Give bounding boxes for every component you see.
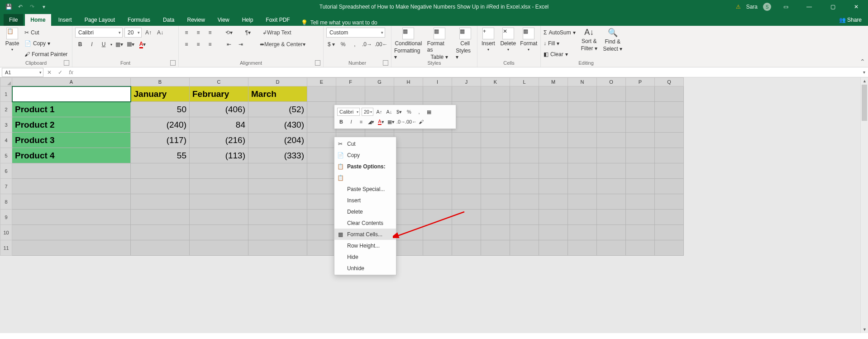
cm-row-height[interactable]: Row Height... — [334, 240, 396, 251]
cm-copy[interactable]: 📄Copy — [334, 149, 396, 161]
mini-borders-icon[interactable]: ▦ — [425, 108, 433, 116]
fx-icon[interactable]: fx — [66, 68, 76, 77]
col-header[interactable]: A — [12, 78, 131, 86]
cm-unhide[interactable]: Unhide — [334, 263, 396, 274]
increase-indent-icon[interactable]: ⇥ — [236, 39, 246, 49]
mini-percent-icon[interactable]: % — [405, 108, 413, 116]
italic-button[interactable]: I — [87, 39, 97, 49]
format-cells-button[interactable]: ▦Format▾ — [520, 28, 538, 52]
increase-font-icon[interactable]: A↑ — [143, 28, 153, 38]
col-header[interactable]: L — [510, 78, 539, 86]
save-icon[interactable]: 💾 — [4, 2, 14, 12]
expand-formula-bar-icon[interactable]: ▾ — [863, 70, 865, 75]
sort-filter-button[interactable]: A↓Sort &Filter ▾ — [579, 28, 599, 52]
mini-currency-icon[interactable]: $▾ — [395, 108, 403, 116]
fill-button[interactable]: ↓ Fill ▾ — [544, 38, 576, 48]
name-box[interactable]: A1 — [2, 68, 43, 77]
orientation-icon[interactable]: ⟲▾ — [224, 28, 234, 38]
mini-font-combo[interactable]: Calibri — [337, 108, 360, 116]
col-header[interactable]: J — [452, 78, 481, 86]
row-header[interactable]: 2 — [0, 102, 12, 117]
tell-me[interactable]: 💡 Tell me what you want to do — [297, 19, 381, 26]
mini-inc-decimal-icon[interactable]: .0→ — [397, 118, 405, 126]
decrease-font-icon[interactable]: A↓ — [155, 28, 165, 38]
align-center-icon[interactable]: ≡ — [193, 39, 203, 49]
mini-align-icon[interactable]: ≡ — [357, 118, 365, 126]
cm-paste-special[interactable]: Paste Special... — [334, 183, 396, 195]
align-left-icon[interactable]: ≡ — [181, 39, 191, 49]
number-format-combo[interactable]: Custom — [326, 28, 385, 38]
redo-icon[interactable]: ↷ — [27, 2, 37, 12]
formula-input[interactable] — [76, 68, 868, 77]
copy-button[interactable]: 📄Copy ▾ — [24, 38, 67, 48]
percent-icon[interactable]: % — [338, 39, 348, 49]
row-header[interactable]: 3 — [0, 117, 12, 133]
find-select-button[interactable]: 🔍Find &Select ▾ — [603, 28, 623, 52]
decrease-decimal-icon[interactable]: .00← — [374, 39, 388, 49]
row-header[interactable]: 5 — [0, 148, 12, 163]
ribbon-display-options-icon[interactable]: ▭ — [777, 0, 795, 14]
row-header[interactable]: 8 — [0, 194, 12, 210]
merge-center-button[interactable]: ⬌ Merge & Center ▾ — [259, 39, 306, 49]
tab-file[interactable]: File — [4, 14, 23, 26]
share-button[interactable]: 👥 Share — [833, 14, 868, 26]
tab-data[interactable]: Data — [157, 14, 180, 26]
increase-decimal-icon[interactable]: .0→ — [362, 39, 372, 49]
mini-comma-icon[interactable]: , — [415, 108, 423, 116]
clipboard-dialog-launcher-icon[interactable] — [64, 60, 69, 66]
autosum-button[interactable]: Σ AutoSum ▾ — [544, 28, 576, 38]
col-header[interactable]: E — [307, 78, 336, 86]
cut-button[interactable]: ✂Cut — [24, 28, 67, 38]
cm-delete[interactable]: Delete — [334, 206, 396, 217]
col-header[interactable]: O — [597, 78, 626, 86]
font-color-button[interactable]: A▾ — [138, 39, 148, 49]
paste-button[interactable]: 📋 Paste ▾ — [3, 28, 22, 52]
insert-cells-button[interactable]: +Insert▾ — [480, 28, 496, 52]
col-header[interactable]: M — [539, 78, 568, 86]
decrease-indent-icon[interactable]: ⇤ — [224, 39, 234, 49]
col-header[interactable]: G — [365, 78, 394, 86]
col-header[interactable]: I — [423, 78, 452, 86]
row-header[interactable]: 7 — [0, 179, 12, 194]
rtl-ltr-icon[interactable]: ¶▾ — [243, 28, 253, 38]
comma-icon[interactable]: , — [350, 39, 360, 49]
col-header[interactable]: F — [336, 78, 365, 86]
col-header[interactable]: B — [131, 78, 190, 86]
col-header[interactable]: N — [568, 78, 597, 86]
delete-cells-button[interactable]: ✕Delete▾ — [500, 28, 516, 52]
number-dialog-launcher-icon[interactable] — [383, 60, 388, 66]
col-header[interactable]: Q — [655, 78, 684, 86]
mini-font-color-icon[interactable]: A▾ — [377, 118, 385, 126]
cm-hide[interactable]: Hide — [334, 251, 396, 263]
tab-help[interactable]: Help — [237, 14, 259, 26]
row-header[interactable]: 4 — [0, 133, 12, 148]
tab-home[interactable]: Home — [25, 14, 51, 26]
close-icon[interactable]: ✕ — [847, 0, 865, 14]
cancel-formula-icon[interactable]: ✕ — [44, 68, 55, 77]
row-header[interactable]: 1 — [0, 86, 12, 102]
select-all-button[interactable] — [0, 78, 12, 86]
format-painter-button[interactable]: 🖌Format Painter — [24, 49, 67, 59]
scroll-down-icon[interactable]: ▼ — [861, 326, 868, 333]
font-dialog-launcher-icon[interactable] — [170, 60, 176, 66]
mini-inc-font-icon[interactable]: A↑ — [375, 108, 383, 116]
tab-page-layout[interactable]: Page Layout — [79, 14, 120, 26]
mini-dec-font-icon[interactable]: A↓ — [385, 108, 393, 116]
maximize-icon[interactable]: ▢ — [824, 0, 842, 14]
cm-clear-contents[interactable]: Clear Contents — [334, 217, 396, 229]
qa-customize-icon[interactable]: ▾ — [39, 2, 49, 12]
clear-button[interactable]: ◧ Clear ▾ — [544, 49, 576, 59]
align-bottom-icon[interactable]: ≡ — [205, 28, 215, 38]
wrap-text-button[interactable]: ↲ Wrap Text — [262, 28, 292, 38]
col-header[interactable]: P — [626, 78, 655, 86]
align-top-icon[interactable]: ≡ — [181, 28, 191, 38]
row-header[interactable]: 9 — [0, 210, 12, 225]
cm-format-cells[interactable]: ▦Format Cells... — [334, 229, 396, 240]
row-header[interactable]: 10 — [0, 225, 12, 240]
col-header[interactable]: C — [190, 78, 248, 86]
mini-format-painter-icon[interactable]: 🖌 — [417, 118, 425, 126]
vertical-scrollbar[interactable]: ▲ ▼ — [860, 77, 868, 333]
col-header[interactable]: H — [394, 78, 423, 86]
row-header[interactable]: 11 — [0, 240, 12, 256]
minimize-icon[interactable]: — — [800, 0, 818, 14]
